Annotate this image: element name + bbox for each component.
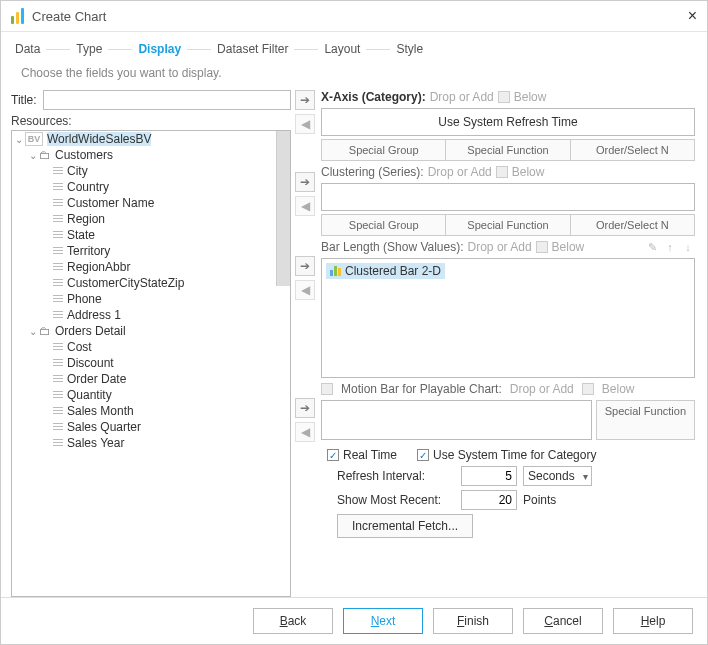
btn-finish[interactable]: Finish	[433, 608, 513, 634]
tree-field[interactable]: Customer Name	[42, 195, 290, 211]
arrow-left-motion[interactable]: ◀	[295, 422, 315, 442]
tree-field[interactable]: State	[42, 227, 290, 243]
motion-dropzone[interactable]	[321, 400, 592, 440]
arrow-right-clustering[interactable]: ➔	[295, 172, 315, 192]
tree-field[interactable]: Discount	[42, 355, 290, 371]
move-down-icon[interactable]: ↓	[681, 240, 695, 254]
step-type[interactable]: Type	[76, 42, 102, 56]
tree-field-label: RegionAbbr	[67, 260, 130, 274]
step-data[interactable]: Data	[15, 42, 40, 56]
refresh-interval-input[interactable]	[461, 466, 517, 486]
tree-customers[interactable]: ⌄ 🗀 Customers	[28, 147, 290, 163]
tree-field-label: Region	[67, 212, 105, 226]
step-subtitle: Choose the fields you want to display.	[1, 66, 707, 90]
tree-field[interactable]: Cost	[42, 339, 290, 355]
arrow-left-xaxis[interactable]: ◀	[295, 114, 315, 134]
btn-next[interactable]: Next	[343, 608, 423, 634]
title-input[interactable]	[43, 90, 291, 110]
drop-target-icon	[321, 383, 333, 395]
drop-target-icon	[498, 91, 510, 103]
expand-icon[interactable]: ⌄	[28, 326, 38, 337]
tree-field-label: Cost	[67, 340, 92, 354]
tree-field[interactable]: Country	[42, 179, 290, 195]
titlebar: Create Chart ×	[1, 1, 707, 32]
step-dataset-filter[interactable]: Dataset Filter	[217, 42, 288, 56]
btn-special-function-motion[interactable]: Special Function	[596, 400, 695, 440]
tree-field[interactable]: Sales Month	[42, 403, 290, 419]
checkbox-checked-icon: ✓	[417, 449, 429, 461]
arrow-right-motion[interactable]: ➔	[295, 398, 315, 418]
edit-icon[interactable]: ✎	[645, 240, 659, 254]
tree-orders[interactable]: ⌄ 🗀 Orders Detail	[28, 323, 290, 339]
wizard-footer: Back Next Finish Cancel Help	[1, 597, 707, 644]
field-icon	[53, 212, 67, 226]
chk-real-time[interactable]: ✓ Real Time	[327, 448, 397, 462]
btn-order-select-n[interactable]: Order/Select N	[571, 139, 695, 161]
tree-field[interactable]: Address 1	[42, 307, 290, 323]
drop-target-icon	[582, 383, 594, 395]
arrow-left-barlength[interactable]: ◀	[295, 280, 315, 300]
tree-field-label: Sales Quarter	[67, 420, 141, 434]
btn-special-group[interactable]: Special Group	[321, 139, 446, 161]
field-icon	[53, 308, 67, 322]
folder-icon: 🗀	[39, 148, 51, 162]
tree-field[interactable]: CustomerCityStateZip	[42, 275, 290, 291]
field-icon	[53, 228, 67, 242]
show-most-recent-input[interactable]	[461, 490, 517, 510]
tree-field-label: State	[67, 228, 95, 242]
tree-root[interactable]: ⌄ BV WorldWideSalesBV	[14, 131, 290, 147]
refresh-unit-select[interactable]: Seconds	[523, 466, 592, 486]
drop-target-icon	[496, 166, 508, 178]
tree-field-label: City	[67, 164, 88, 178]
step-display[interactable]: Display	[138, 42, 181, 56]
tree-field[interactable]: Territory	[42, 243, 290, 259]
clustering-label: Clustering (Series): Drop or Add Below	[321, 165, 695, 179]
move-up-icon[interactable]: ↑	[663, 240, 677, 254]
expand-icon[interactable]: ⌄	[28, 150, 38, 161]
motion-label-row: Motion Bar for Playable Chart: Drop or A…	[321, 382, 695, 396]
folder-icon: 🗀	[39, 324, 51, 338]
tree-folder-label: Orders Detail	[55, 324, 126, 338]
btn-order-select-n[interactable]: Order/Select N	[571, 214, 695, 236]
tree-field[interactable]: Sales Quarter	[42, 419, 290, 435]
step-style[interactable]: Style	[396, 42, 423, 56]
tree-field[interactable]: Phone	[42, 291, 290, 307]
btn-special-group[interactable]: Special Group	[321, 214, 446, 236]
btn-special-function[interactable]: Special Function	[446, 214, 570, 236]
tree-field[interactable]: RegionAbbr	[42, 259, 290, 275]
tree-field[interactable]: Sales Year	[42, 435, 290, 451]
arrow-right-xaxis[interactable]: ➔	[295, 90, 315, 110]
step-layout[interactable]: Layout	[324, 42, 360, 56]
xaxis-label: X-Axis (Category): Drop or Add Below	[321, 90, 695, 104]
close-icon[interactable]: ×	[688, 7, 697, 25]
expand-icon[interactable]: ⌄	[14, 134, 24, 145]
motion-label: Motion Bar for Playable Chart:	[341, 382, 502, 396]
arrow-left-clustering[interactable]: ◀	[295, 196, 315, 216]
btn-back[interactable]: Back	[253, 608, 333, 634]
tree-field[interactable]: Order Date	[42, 371, 290, 387]
title-label: Title:	[11, 93, 37, 107]
btn-special-function[interactable]: Special Function	[446, 139, 570, 161]
scrollbar[interactable]	[276, 131, 290, 286]
xaxis-dropzone[interactable]: Use System Refresh Time	[321, 108, 695, 136]
field-icon	[53, 292, 67, 306]
clustering-button-row: Special Group Special Function Order/Sel…	[321, 214, 695, 236]
app-chart-logo-icon	[11, 8, 24, 24]
btn-help[interactable]: Help	[613, 608, 693, 634]
resources-tree[interactable]: ⌄ BV WorldWideSalesBV ⌄ 🗀 Customers City…	[11, 130, 291, 597]
clustering-dropzone[interactable]	[321, 183, 695, 211]
tree-field-label: Territory	[67, 244, 110, 258]
arrow-right-barlength[interactable]: ➔	[295, 256, 315, 276]
btn-incremental-fetch[interactable]: Incremental Fetch...	[337, 514, 473, 538]
barlength-dropzone[interactable]: Clustered Bar 2-D	[321, 258, 695, 378]
tree-field[interactable]: Quantity	[42, 387, 290, 403]
tree-field-label: Sales Year	[67, 436, 124, 450]
tree-field[interactable]: City	[42, 163, 290, 179]
field-icon	[53, 404, 67, 418]
field-icon	[53, 340, 67, 354]
tree-field[interactable]: Region	[42, 211, 290, 227]
chk-use-system-time[interactable]: ✓ Use System Time for Category	[417, 448, 596, 462]
barlength-item[interactable]: Clustered Bar 2-D	[326, 263, 445, 279]
btn-cancel[interactable]: Cancel	[523, 608, 603, 634]
tree-field-label: Discount	[67, 356, 114, 370]
